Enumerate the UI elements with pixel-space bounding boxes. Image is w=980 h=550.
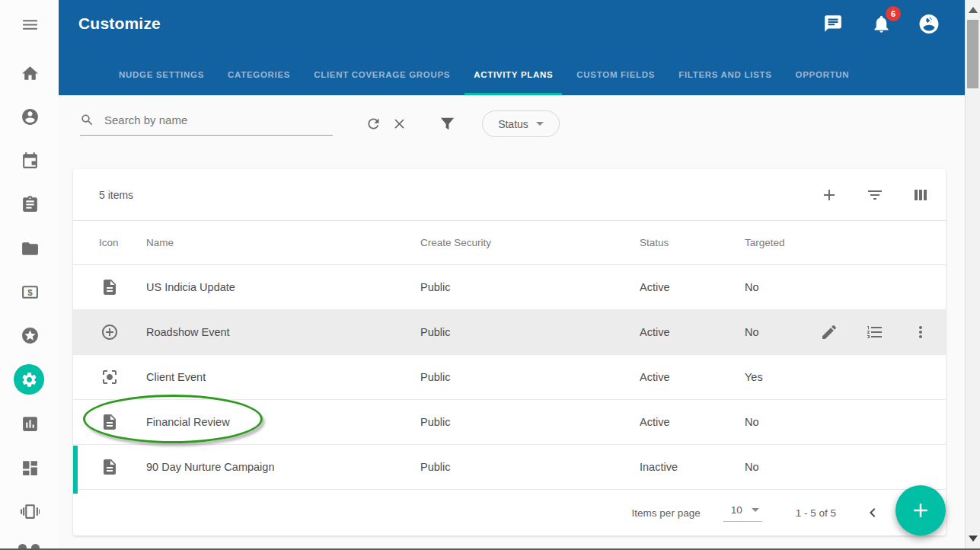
- col-targeted: Targeted: [745, 237, 812, 248]
- refresh-icon[interactable]: [366, 116, 381, 132]
- plus-icon: [909, 499, 932, 522]
- col-icon: Icon: [99, 237, 146, 248]
- row-create-security: Public: [420, 371, 640, 383]
- vertical-scrollbar[interactable]: [965, 0, 980, 550]
- search-field: [80, 105, 333, 136]
- row-name: 90 Day Nurture Campaign: [146, 461, 420, 473]
- page-size-value: 10: [731, 504, 742, 516]
- col-status: Status: [640, 237, 745, 248]
- columns-icon[interactable]: [911, 186, 930, 204]
- content-area: Status 5 items: [59, 95, 965, 550]
- filter-funnel-icon[interactable]: [439, 115, 455, 131]
- table-row[interactable]: 90 Day Nurture Campaign Public Inactive …: [73, 445, 946, 490]
- tab-categories[interactable]: CATEGORIES: [219, 53, 299, 95]
- chat-icon[interactable]: [822, 12, 844, 35]
- row-status: Active: [640, 416, 745, 428]
- menu-icon[interactable]: [20, 14, 40, 34]
- scroll-up-arrow-icon[interactable]: [969, 7, 978, 13]
- row-name: Client Event: [146, 371, 420, 383]
- calendar-icon[interactable]: [20, 151, 40, 171]
- status-chip-label: Status: [498, 118, 528, 130]
- row-targeted: No: [745, 416, 812, 428]
- edit-pencil-icon[interactable]: [820, 323, 838, 341]
- table-row[interactable]: US Indicia Update Public Active No: [73, 265, 946, 310]
- search-icon: [80, 113, 94, 127]
- row-create-security: Public: [420, 326, 640, 338]
- tab-opportunities-truncated[interactable]: OPPORTUN: [787, 53, 859, 95]
- account-icon[interactable]: [20, 107, 40, 126]
- tab-filters-and-lists[interactable]: FILTERS AND LISTS: [669, 53, 780, 95]
- reorder-list-icon[interactable]: [866, 323, 884, 341]
- svg-text:$: $: [27, 287, 33, 296]
- row-targeted: No: [745, 326, 812, 338]
- tab-custom-fields[interactable]: CUSTOM FIELDS: [567, 53, 664, 95]
- home-icon[interactable]: [20, 63, 40, 83]
- settings-gear-icon-active[interactable]: [14, 364, 44, 395]
- table-row[interactable]: Client Event Public Active Yes: [73, 355, 946, 400]
- page-size-select[interactable]: 10: [723, 504, 762, 522]
- dashboard-icon[interactable]: [20, 458, 40, 478]
- row-targeted: No: [745, 281, 812, 293]
- tab-client-coverage-groups[interactable]: CLIENT COVERAGE GROUPS: [305, 53, 459, 95]
- currency-icon[interactable]: $: [20, 282, 40, 302]
- mobile-vibrate-icon[interactable]: [20, 501, 40, 521]
- app-bar: Customize 6 NUDGE SETTINGS CATEGORIES CL…: [59, 0, 965, 95]
- page-range-label: 1 - 5 of 5: [796, 507, 836, 519]
- chevron-down-icon: [536, 122, 544, 126]
- status-filter-chip[interactable]: Status: [482, 110, 560, 137]
- previous-page-icon[interactable]: [863, 504, 882, 522]
- row-targeted: No: [745, 461, 812, 473]
- row-name: Roadshow Event: [146, 326, 420, 338]
- col-create-security: Create Security: [420, 237, 640, 248]
- row-create-security: Public: [420, 461, 640, 473]
- document-icon: [101, 458, 119, 476]
- tab-nudge-settings[interactable]: NUDGE SETTINGS: [110, 53, 213, 95]
- table-row[interactable]: Financial Review Public Active No: [73, 400, 946, 445]
- table-row[interactable]: Roadshow Event Public Active No: [73, 310, 946, 355]
- tab-bar: NUDGE SETTINGS CATEGORIES CLIENT COVERAG…: [59, 53, 965, 95]
- document-icon: [101, 413, 119, 431]
- items-count: 5 items: [99, 189, 133, 201]
- reports-chart-icon[interactable]: [20, 414, 40, 433]
- notifications-bell-icon[interactable]: 6: [870, 12, 892, 35]
- tasks-clipboard-icon[interactable]: [20, 194, 40, 214]
- document-icon: [101, 278, 119, 296]
- row-targeted: Yes: [745, 371, 812, 383]
- row-accent-bar: [73, 446, 78, 494]
- row-create-security: Public: [420, 416, 640, 428]
- row-name: US Indicia Update: [146, 281, 420, 293]
- activity-plans-card: 5 items Icon Nam: [73, 169, 946, 536]
- sidebar: $: [0, 0, 59, 550]
- notification-badge: 6: [886, 6, 901, 21]
- add-circle-icon: [101, 323, 119, 341]
- add-icon[interactable]: [820, 186, 838, 204]
- folder-icon[interactable]: [20, 238, 40, 258]
- pagination-bar: Items per page 10 1 - 5 of 5: [73, 490, 946, 536]
- row-create-security: Public: [420, 281, 640, 293]
- page-title: Customize: [78, 14, 161, 33]
- favorites-star-icon[interactable]: [20, 325, 40, 345]
- search-input[interactable]: [104, 114, 333, 126]
- table-header-row: Icon Name Create Security Status Targete…: [73, 221, 946, 265]
- clear-search-icon[interactable]: [391, 116, 407, 132]
- scroll-down-arrow-icon[interactable]: [969, 536, 978, 542]
- chevron-right-icon[interactable]: [919, 11, 939, 30]
- card-toolbar: 5 items: [73, 169, 946, 221]
- row-status: Active: [640, 326, 745, 338]
- main-area: Customize 6 NUDGE SETTINGS CATEGORIES CL…: [59, 0, 965, 550]
- row-status: Active: [640, 281, 745, 293]
- row-status: Inactive: [640, 461, 745, 473]
- app-window: $ Customize: [0, 0, 980, 550]
- more-vert-icon[interactable]: [911, 323, 930, 341]
- col-name: Name: [146, 237, 420, 248]
- scrollbar-thumb[interactable]: [967, 20, 978, 88]
- add-fab-button[interactable]: [895, 485, 946, 536]
- chevron-down-icon: [752, 508, 759, 512]
- toolbar-icons: [820, 169, 930, 220]
- row-actions: [812, 323, 946, 341]
- center-focus-icon: [101, 368, 119, 386]
- sort-icon[interactable]: [866, 186, 884, 204]
- row-name: Financial Review: [146, 416, 420, 428]
- row-status: Active: [640, 371, 745, 383]
- tab-activity-plans[interactable]: ACTIVITY PLANS: [464, 53, 562, 95]
